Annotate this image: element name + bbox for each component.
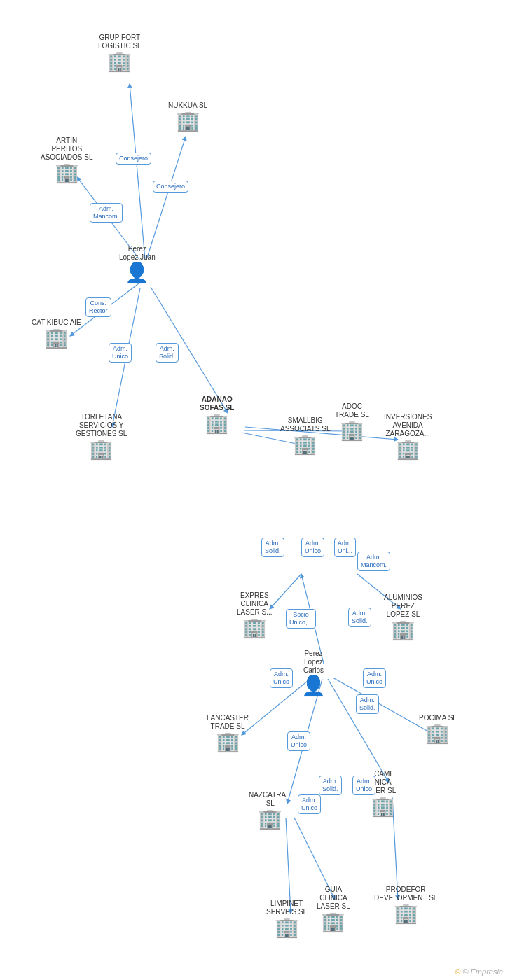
badge-socio-unico: Socio Unico,... xyxy=(286,609,316,629)
badge-consejero1: Consejero xyxy=(116,153,151,164)
badge-adm-solid3: Adm. Solid. xyxy=(348,608,371,627)
badge-adm-unico-carlos1: Adm. Unico xyxy=(270,668,293,688)
svg-line-9 xyxy=(270,574,301,609)
building-icon-expres: 🏢 xyxy=(242,618,267,638)
badge-adm-solid2: Adm. Solid. xyxy=(261,538,284,557)
watermark: © © Empresia xyxy=(455,967,503,976)
node-torletana: TORLETANA SERVICIOS Y GESTIONES SL 🏢 xyxy=(76,413,127,459)
building-icon-torletana: 🏢 xyxy=(89,440,113,459)
badge-adm-solid-carlos: Adm. Solid. xyxy=(356,694,379,714)
building-icon-pocima: 🏢 xyxy=(425,724,450,743)
badge-adm-solid1: Adm. Solid. xyxy=(156,343,179,363)
node-expres-clinica: EXPRES CLINICA LASER S... 🏢 xyxy=(237,592,273,638)
building-icon-cami-nica: 🏢 xyxy=(371,797,395,816)
building-icon-lancaster: 🏢 xyxy=(216,732,240,752)
building-icon-artin: 🏢 xyxy=(55,163,79,183)
person-icon-perez-juan: 👤 xyxy=(125,263,149,283)
node-adoc-trade: ADOC TRADE SL 🏢 xyxy=(335,402,369,440)
badge-adm-unico2: Adm. Unico xyxy=(301,538,324,557)
badge-adm-unico-cam: Adm. Unico xyxy=(298,794,321,814)
person-icon-perez-carlos: 👤 xyxy=(301,676,326,696)
node-cat-kibuc: CAT KIBUC AIE 🏢 xyxy=(32,318,81,348)
node-inversiones: INVERSIONES AVENIDA ZARAGOZA... 🏢 xyxy=(384,413,432,459)
badge-adm-mancom2: Adm. Mancom. xyxy=(357,552,390,571)
badge-adm-unico1: Adm. Unico xyxy=(109,343,132,363)
node-pocima: POCIMA SL 🏢 xyxy=(419,714,457,743)
building-icon-prodefor: 🏢 xyxy=(394,904,418,923)
node-prodefor: PRODEFOR DEVELOPMENT SL 🏢 xyxy=(374,886,437,923)
badge-cons-rector: Cons. Rector xyxy=(85,298,111,317)
building-icon-guia-clinica: 🏢 xyxy=(321,912,345,932)
badge-adm-solid-naz: Adm. Solid. xyxy=(319,776,342,795)
building-icon-aluminios: 🏢 xyxy=(391,620,415,640)
building-icon-limpinet: 🏢 xyxy=(275,918,299,937)
node-guia-clinica: GUIA CLINICA LASER SL 🏢 xyxy=(317,886,350,932)
graph-container: GRUP FORT LOGISTIC SL 🏢 NUKKUA SL 🏢 ARTI… xyxy=(0,0,510,980)
building-icon-adanao: 🏢 xyxy=(205,414,229,433)
badge-adm-unico-carlos2: Adm. Unico xyxy=(363,668,386,688)
building-icon-nukkua: 🏢 xyxy=(176,111,200,131)
node-artin: ARTIN PERITOS ASOCIADOS SL 🏢 xyxy=(41,136,92,183)
node-lancaster: LANCASTER TRADE SL 🏢 xyxy=(207,714,249,752)
svg-line-1 xyxy=(147,136,186,258)
badge-consejero2: Consejero xyxy=(153,181,188,192)
badge-adm-mancom1: Adm. Mancom. xyxy=(90,203,123,223)
badge-adm-unico-naz: Adm. Unico xyxy=(352,776,375,795)
badge-adm-uni3: Adm. Uni... xyxy=(334,538,356,557)
building-icon-adoc-trade: 🏢 xyxy=(340,421,364,440)
node-perez-carlos: Perez Lopez Carlos 👤 xyxy=(301,650,326,696)
node-nazcatra: NAZCATRA... SL 🏢 xyxy=(249,791,291,829)
building-icon-smallbig: 🏢 xyxy=(293,435,317,454)
building-icon-nazcatra: 🏢 xyxy=(258,809,282,829)
svg-line-0 xyxy=(130,84,145,259)
node-limpinet: LIMPINET SERVEIS SL 🏢 xyxy=(266,899,307,937)
node-nukkua: NUKKUA SL 🏢 xyxy=(168,102,207,131)
badge-adm-unico-lanc: Adm. Unico xyxy=(287,732,310,751)
node-adanao: ADANAO SOFAS SL 🏢 xyxy=(200,396,234,433)
building-icon-inversiones: 🏢 xyxy=(396,440,420,459)
building-icon-grup-fort: 🏢 xyxy=(107,52,132,71)
node-grup-fort: GRUP FORT LOGISTIC SL 🏢 xyxy=(98,34,142,71)
node-aluminios: ALUMINIOS PEREZ LOPEZ SL 🏢 xyxy=(384,594,422,640)
node-perez-juan: Perez Lopez Juan 👤 xyxy=(119,245,156,283)
node-smallbig: SMALLBIG ASSOCIATS SL 🏢 xyxy=(280,416,331,454)
building-icon-cat-kibuc: 🏢 xyxy=(44,328,69,348)
